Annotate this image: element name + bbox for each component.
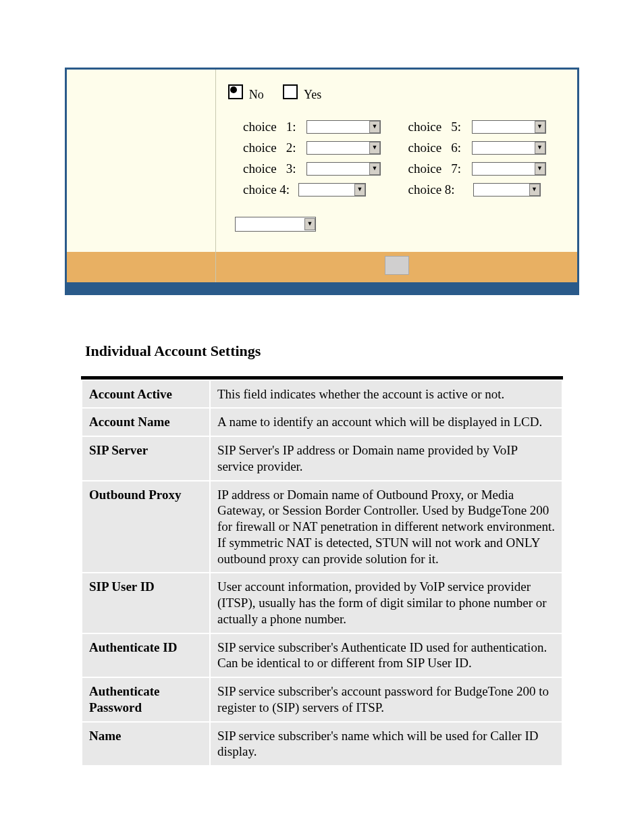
choice-5-select[interactable]: ▼ — [472, 120, 546, 134]
footer-bar — [67, 282, 577, 293]
chevron-down-icon: ▼ — [304, 218, 315, 230]
choice-2-select[interactable]: ▼ — [306, 141, 381, 155]
row-body-cell — [216, 252, 577, 282]
setting-label: Account Name — [82, 408, 210, 436]
setting-desc: IP address or Domain name of Outbound Pr… — [210, 481, 562, 573]
choice-1-select[interactable]: ▼ — [306, 120, 381, 134]
submit-button[interactable] — [385, 256, 409, 275]
chevron-down-icon: ▼ — [369, 121, 380, 133]
choice-6-label: choice 6: — [408, 140, 472, 155]
table-row: Account NameA name to identify an accoun… — [82, 408, 562, 436]
radio-yes-label: Yes — [304, 88, 321, 101]
setting-desc: SIP Server's IP address or Domain name p… — [210, 436, 562, 481]
row-label-cell — [67, 111, 216, 209]
choice-7-select[interactable]: ▼ — [472, 162, 546, 176]
table-row: Authenticate PasswordSIP service subscri… — [82, 677, 562, 722]
choice-3-select[interactable]: ▼ — [306, 162, 381, 176]
choice-4-label: choice 4: — [243, 182, 298, 197]
chevron-down-icon: ▼ — [354, 184, 365, 196]
setting-label: SIP User ID — [82, 573, 210, 633]
row-body-cell — [216, 236, 577, 252]
row-body-cell: ▼ — [216, 209, 577, 236]
choice-8-select[interactable]: ▼ — [473, 183, 541, 197]
setting-label: Outbound Proxy — [82, 481, 210, 573]
setting-label: Authenticate Password — [82, 677, 210, 722]
row-label-cell — [67, 252, 216, 282]
chevron-down-icon: ▼ — [369, 142, 380, 154]
chevron-down-icon: ▼ — [535, 121, 545, 133]
setting-desc: SIP service subscriber's Authenticate ID… — [210, 633, 562, 678]
choice-7-label: choice 7: — [408, 161, 472, 176]
table-row: SIP ServerSIP Server's IP address or Dom… — [82, 436, 562, 481]
table-row: Authenticate IDSIP service subscriber's … — [82, 633, 562, 678]
table-row: NameSIP service subscriber's name which … — [82, 722, 562, 766]
row-label-cell — [67, 70, 216, 111]
section-heading: Individual Account Settings — [85, 342, 579, 360]
setting-desc: This field indicates whether the account… — [210, 380, 562, 409]
setting-desc: A name to identify an account which will… — [210, 408, 562, 436]
setting-desc: SIP service subscriber's name which will… — [210, 722, 562, 766]
choice-8-label: choice 8: — [408, 182, 473, 197]
choice-4-select[interactable]: ▼ — [298, 183, 366, 197]
choice-5-label: choice 5: — [408, 120, 472, 134]
setting-label: SIP Server — [82, 436, 210, 481]
row-body-cell: No Yes — [216, 70, 577, 111]
chevron-down-icon: ▼ — [535, 142, 545, 154]
chevron-down-icon: ▼ — [529, 184, 540, 196]
button-row — [67, 252, 577, 282]
table-row: Account ActiveThis field indicates wheth… — [82, 380, 562, 409]
radio-row: No Yes — [67, 70, 577, 111]
config-panel: No Yes choice 1: ▼ choice 5: ▼ — [65, 68, 579, 295]
single-select[interactable]: ▼ — [235, 217, 316, 232]
choice-6-select[interactable]: ▼ — [472, 141, 546, 155]
chevron-down-icon: ▼ — [369, 163, 380, 175]
choice-3-label: choice 3: — [243, 161, 306, 176]
setting-desc: User account information, provided by Vo… — [210, 573, 562, 633]
table-row: Outbound ProxyIP address or Domain name … — [82, 481, 562, 573]
spacer-row — [67, 236, 577, 252]
single-select-row: ▼ — [67, 209, 577, 236]
radio-no-label: No — [249, 88, 264, 101]
choice-1-label: choice 1: — [243, 120, 306, 134]
settings-table: Account ActiveThis field indicates wheth… — [81, 380, 563, 767]
chevron-down-icon: ▼ — [535, 163, 545, 175]
setting-desc: SIP service subscriber's account passwor… — [210, 677, 562, 722]
row-label-cell — [67, 236, 216, 252]
choices-row: choice 1: ▼ choice 5: ▼ choice 2: ▼ choi… — [67, 111, 577, 209]
setting-label: Authenticate ID — [82, 633, 210, 678]
choice-2-label: choice 2: — [243, 140, 306, 155]
row-label-cell — [67, 209, 216, 236]
row-body-cell: choice 1: ▼ choice 5: ▼ choice 2: ▼ choi… — [216, 111, 577, 209]
setting-label: Name — [82, 722, 210, 766]
radio-no[interactable] — [228, 84, 243, 99]
table-row: SIP User IDUser account information, pro… — [82, 573, 562, 633]
radio-yes[interactable] — [283, 84, 298, 99]
setting-label: Account Active — [82, 380, 210, 409]
